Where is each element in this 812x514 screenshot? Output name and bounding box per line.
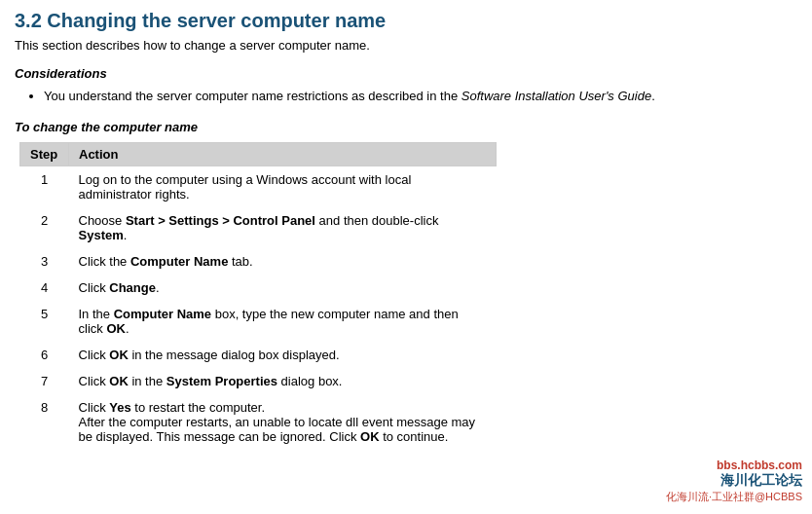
step-action: Click Change.: [69, 275, 497, 301]
watermark-line3: 化海川流·工业社群@HCBBS: [666, 490, 802, 504]
watermark-line2: 海川化工论坛: [666, 472, 802, 490]
step-number: 2: [20, 207, 69, 248]
watermark-line1: bbs.hcbbs.com: [666, 459, 802, 472]
watermark: bbs.hcbbs.com 海川化工论坛 化海川流·工业社群@HCBBS: [666, 459, 802, 504]
considerations-item-italic: Software Installation User's Guide: [461, 89, 651, 103]
table-row: 4Click Change.: [20, 275, 497, 301]
intro-text: This section describes how to change a s…: [15, 38, 797, 53]
step-action: Click OK in the message dialog box displ…: [69, 342, 497, 368]
table-row: 5In the Computer Name box, type the new …: [20, 301, 497, 342]
step-action: Choose Start > Settings > Control Panel …: [69, 207, 497, 248]
section-title: 3.2 Changing the server computer name: [15, 10, 797, 32]
considerations-item-text-after: .: [651, 89, 655, 103]
considerations-item: You understand the server computer name …: [44, 87, 797, 106]
table-row: 2Choose Start > Settings > Control Panel…: [20, 207, 497, 248]
step-number: 1: [20, 165, 69, 207]
table-row: 1Log on to the computer using a Windows …: [20, 165, 497, 207]
step-action: In the Computer Name box, type the new c…: [69, 301, 497, 342]
table-header-step: Step: [20, 142, 69, 165]
considerations-label: Considerations: [15, 66, 797, 81]
step-number: 6: [20, 342, 69, 368]
table-header-row: Step Action: [20, 142, 497, 165]
step-action: Click Yes to restart the computer.After …: [69, 394, 497, 450]
table-row: 3Click the Computer Name tab.: [20, 248, 497, 275]
step-number: 5: [20, 301, 69, 342]
considerations-list: You understand the server computer name …: [44, 87, 797, 106]
step-action: Click OK in the System Properties dialog…: [69, 368, 497, 394]
step-number: 4: [20, 275, 69, 301]
step-action: Log on to the computer using a Windows a…: [69, 165, 497, 207]
considerations-item-text-before: You understand the server computer name …: [44, 89, 461, 103]
table-row: 7Click OK in the System Properties dialo…: [20, 368, 497, 394]
table-row: 8Click Yes to restart the computer.After…: [20, 394, 497, 450]
table-header-action: Action: [69, 142, 497, 165]
step-number: 7: [20, 368, 69, 394]
steps-table: Step Action 1Log on to the computer usin…: [19, 142, 497, 450]
step-number: 8: [20, 394, 69, 450]
procedure-title: To change the computer name: [15, 120, 797, 134]
table-row: 6Click OK in the message dialog box disp…: [20, 342, 497, 368]
step-number: 3: [20, 248, 69, 275]
step-action: Click the Computer Name tab.: [69, 248, 497, 275]
